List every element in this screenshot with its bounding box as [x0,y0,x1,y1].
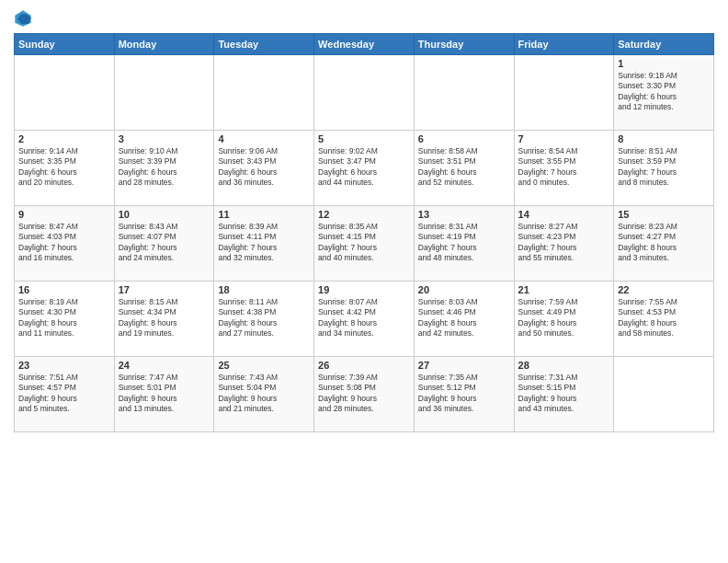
calendar-cell: 6Sunrise: 8:58 AM Sunset: 3:51 PM Daylig… [414,131,514,206]
calendar-cell: 13Sunrise: 8:31 AM Sunset: 4:19 PM Dayli… [414,206,514,282]
day-info: Sunrise: 7:59 AM Sunset: 4:49 PM Dayligh… [518,297,610,339]
day-number: 20 [418,284,510,295]
day-info: Sunrise: 7:35 AM Sunset: 5:12 PM Dayligh… [418,373,510,415]
page: SundayMondayTuesdayWednesdayThursdayFrid… [0,0,728,563]
weekday-friday: Friday [514,34,614,55]
day-number: 1 [618,58,710,69]
day-info: Sunrise: 8:31 AM Sunset: 4:19 PM Dayligh… [418,222,510,264]
day-info: Sunrise: 7:51 AM Sunset: 4:57 PM Dayligh… [18,373,110,415]
day-info: Sunrise: 7:47 AM Sunset: 5:01 PM Dayligh… [119,373,210,415]
day-number: 6 [418,133,510,144]
weekday-wednesday: Wednesday [314,34,415,55]
calendar-week-4: 16Sunrise: 8:19 AM Sunset: 4:30 PM Dayli… [15,282,714,357]
day-info: Sunrise: 8:43 AM Sunset: 4:07 PM Dayligh… [119,222,210,264]
calendar-cell [514,55,614,131]
calendar-cell: 12Sunrise: 8:35 AM Sunset: 4:15 PM Dayli… [314,206,415,282]
calendar-cell: 14Sunrise: 8:27 AM Sunset: 4:23 PM Dayli… [514,206,614,282]
day-info: Sunrise: 9:14 AM Sunset: 3:35 PM Dayligh… [18,146,110,189]
calendar-cell: 19Sunrise: 8:07 AM Sunset: 4:42 PM Dayli… [314,282,415,357]
day-info: Sunrise: 7:55 AM Sunset: 4:53 PM Dayligh… [618,297,710,339]
calendar-cell [614,357,714,432]
calendar-body: 1Sunrise: 9:18 AM Sunset: 3:30 PM Daylig… [15,55,714,432]
weekday-thursday: Thursday [414,34,514,55]
day-info: Sunrise: 8:03 AM Sunset: 4:46 PM Dayligh… [418,297,510,339]
day-number: 13 [418,209,510,220]
day-number: 24 [119,360,210,371]
day-info: Sunrise: 8:54 AM Sunset: 3:55 PM Dayligh… [518,146,610,189]
calendar-week-2: 2Sunrise: 9:14 AM Sunset: 3:35 PM Daylig… [15,131,714,206]
calendar-cell: 20Sunrise: 8:03 AM Sunset: 4:46 PM Dayli… [414,282,514,357]
calendar-cell [414,55,514,131]
calendar-cell: 4Sunrise: 9:06 AM Sunset: 3:43 PM Daylig… [214,131,314,206]
logo-icon [14,9,32,28]
day-info: Sunrise: 8:47 AM Sunset: 4:03 PM Dayligh… [18,222,110,264]
day-number: 28 [518,360,610,371]
calendar-cell: 3Sunrise: 9:10 AM Sunset: 3:39 PM Daylig… [114,131,214,206]
header [14,9,714,28]
day-number: 22 [618,284,710,295]
day-number: 11 [218,209,310,220]
weekday-monday: Monday [114,34,214,55]
day-info: Sunrise: 8:39 AM Sunset: 4:11 PM Dayligh… [218,222,310,264]
day-info: Sunrise: 8:35 AM Sunset: 4:15 PM Dayligh… [318,222,410,264]
day-number: 9 [18,209,110,220]
day-number: 27 [418,360,510,371]
weekday-saturday: Saturday [614,34,714,55]
calendar-cell: 28Sunrise: 7:31 AM Sunset: 5:15 PM Dayli… [514,357,614,432]
day-number: 21 [518,284,610,295]
day-number: 8 [618,133,710,144]
day-info: Sunrise: 7:31 AM Sunset: 5:15 PM Dayligh… [518,373,610,415]
day-number: 2 [18,133,110,144]
weekday-header-row: SundayMondayTuesdayWednesdayThursdayFrid… [15,34,714,55]
day-info: Sunrise: 7:43 AM Sunset: 5:04 PM Dayligh… [218,373,310,415]
calendar-week-1: 1Sunrise: 9:18 AM Sunset: 3:30 PM Daylig… [15,55,714,131]
calendar-cell [214,55,314,131]
calendar-cell: 24Sunrise: 7:47 AM Sunset: 5:01 PM Dayli… [114,357,214,432]
day-info: Sunrise: 9:02 AM Sunset: 3:47 PM Dayligh… [318,146,410,189]
calendar-cell: 10Sunrise: 8:43 AM Sunset: 4:07 PM Dayli… [114,206,214,282]
day-info: Sunrise: 8:19 AM Sunset: 4:30 PM Dayligh… [18,297,110,339]
day-number: 14 [518,209,610,220]
calendar-cell: 26Sunrise: 7:39 AM Sunset: 5:08 PM Dayli… [314,357,415,432]
day-number: 19 [318,284,410,295]
day-info: Sunrise: 8:15 AM Sunset: 4:34 PM Dayligh… [119,297,210,339]
weekday-tuesday: Tuesday [214,34,314,55]
day-number: 4 [218,133,310,144]
calendar-week-3: 9Sunrise: 8:47 AM Sunset: 4:03 PM Daylig… [15,206,714,282]
calendar-table: SundayMondayTuesdayWednesdayThursdayFrid… [14,33,714,432]
calendar-cell [314,55,415,131]
day-info: Sunrise: 8:07 AM Sunset: 4:42 PM Dayligh… [318,297,410,339]
calendar-header: SundayMondayTuesdayWednesdayThursdayFrid… [15,34,714,55]
day-info: Sunrise: 8:11 AM Sunset: 4:38 PM Dayligh… [218,297,310,339]
calendar-cell: 2Sunrise: 9:14 AM Sunset: 3:35 PM Daylig… [15,131,115,206]
day-number: 7 [518,133,610,144]
weekday-sunday: Sunday [15,34,115,55]
calendar-cell: 9Sunrise: 8:47 AM Sunset: 4:03 PM Daylig… [15,206,115,282]
calendar-week-5: 23Sunrise: 7:51 AM Sunset: 4:57 PM Dayli… [15,357,714,432]
day-number: 25 [218,360,310,371]
day-number: 17 [119,284,210,295]
calendar-cell: 8Sunrise: 8:51 AM Sunset: 3:59 PM Daylig… [614,131,714,206]
day-info: Sunrise: 8:27 AM Sunset: 4:23 PM Dayligh… [518,222,610,264]
calendar-cell: 11Sunrise: 8:39 AM Sunset: 4:11 PM Dayli… [214,206,314,282]
logo [14,9,36,28]
calendar-cell: 17Sunrise: 8:15 AM Sunset: 4:34 PM Dayli… [114,282,214,357]
calendar-cell: 15Sunrise: 8:23 AM Sunset: 4:27 PM Dayli… [614,206,714,282]
calendar-cell: 18Sunrise: 8:11 AM Sunset: 4:38 PM Dayli… [214,282,314,357]
day-number: 16 [18,284,110,295]
day-number: 3 [119,133,210,144]
calendar-cell: 1Sunrise: 9:18 AM Sunset: 3:30 PM Daylig… [614,55,714,131]
calendar-cell [15,55,115,131]
day-info: Sunrise: 9:10 AM Sunset: 3:39 PM Dayligh… [119,146,210,189]
day-number: 15 [618,209,710,220]
day-info: Sunrise: 8:58 AM Sunset: 3:51 PM Dayligh… [418,146,510,189]
calendar-cell: 27Sunrise: 7:35 AM Sunset: 5:12 PM Dayli… [414,357,514,432]
day-number: 5 [318,133,410,144]
day-number: 10 [119,209,210,220]
day-info: Sunrise: 8:51 AM Sunset: 3:59 PM Dayligh… [618,146,710,189]
day-info: Sunrise: 9:18 AM Sunset: 3:30 PM Dayligh… [618,71,710,113]
day-number: 12 [318,209,410,220]
calendar-cell: 16Sunrise: 8:19 AM Sunset: 4:30 PM Dayli… [15,282,115,357]
day-info: Sunrise: 8:23 AM Sunset: 4:27 PM Dayligh… [618,222,710,264]
calendar-cell: 7Sunrise: 8:54 AM Sunset: 3:55 PM Daylig… [514,131,614,206]
